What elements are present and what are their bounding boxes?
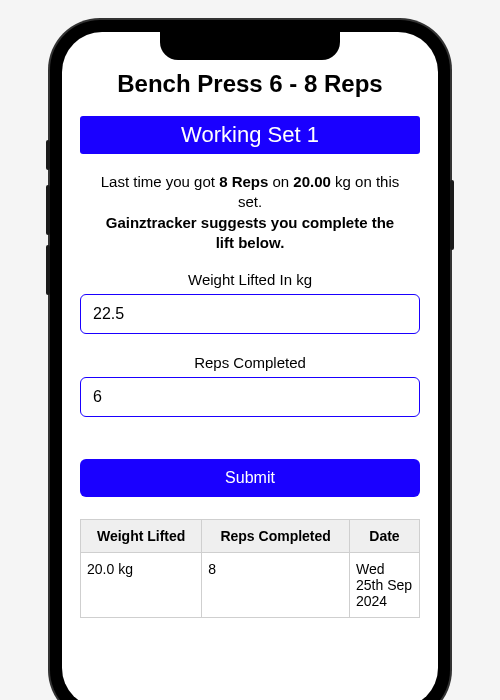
reps-input[interactable] — [80, 377, 420, 417]
history-suggestion: Gainztracker suggests you complete the l… — [106, 214, 394, 251]
history-table: Weight Lifted Reps Completed Date 20.0 k… — [80, 519, 420, 618]
table-row: 20.0 kg 8 Wed 25th Sep 2024 — [81, 553, 420, 618]
phone-side-button — [46, 140, 50, 170]
history-reps: 8 Reps — [219, 173, 268, 190]
history-weight: 20.00 — [293, 173, 331, 190]
cell-weight: 20.0 kg — [81, 553, 202, 618]
phone-volume-down — [46, 245, 50, 295]
submit-button[interactable]: Submit — [80, 459, 420, 497]
col-header-date: Date — [350, 520, 420, 553]
app-content: Bench Press 6 - 8 Reps Working Set 1 Las… — [62, 32, 438, 700]
col-header-weight: Weight Lifted — [81, 520, 202, 553]
phone-screen: Bench Press 6 - 8 Reps Working Set 1 Las… — [62, 32, 438, 700]
col-header-reps: Reps Completed — [202, 520, 350, 553]
history-prefix: Last time you got — [101, 173, 219, 190]
weight-field-label: Weight Lifted In kg — [80, 271, 420, 288]
cell-reps: 8 — [202, 553, 350, 618]
last-session-text: Last time you got 8 Reps on 20.00 kg on … — [98, 172, 402, 253]
working-set-header: Working Set 1 — [80, 116, 420, 154]
phone-volume-up — [46, 185, 50, 235]
cell-date: Wed 25th Sep 2024 — [350, 553, 420, 618]
phone-frame: Bench Press 6 - 8 Reps Working Set 1 Las… — [50, 20, 450, 700]
table-header-row: Weight Lifted Reps Completed Date — [81, 520, 420, 553]
phone-notch — [160, 32, 340, 60]
phone-power-button — [450, 180, 454, 250]
weight-input[interactable] — [80, 294, 420, 334]
page-title: Bench Press 6 - 8 Reps — [80, 70, 420, 98]
reps-field-label: Reps Completed — [80, 354, 420, 371]
history-middle: on — [268, 173, 293, 190]
